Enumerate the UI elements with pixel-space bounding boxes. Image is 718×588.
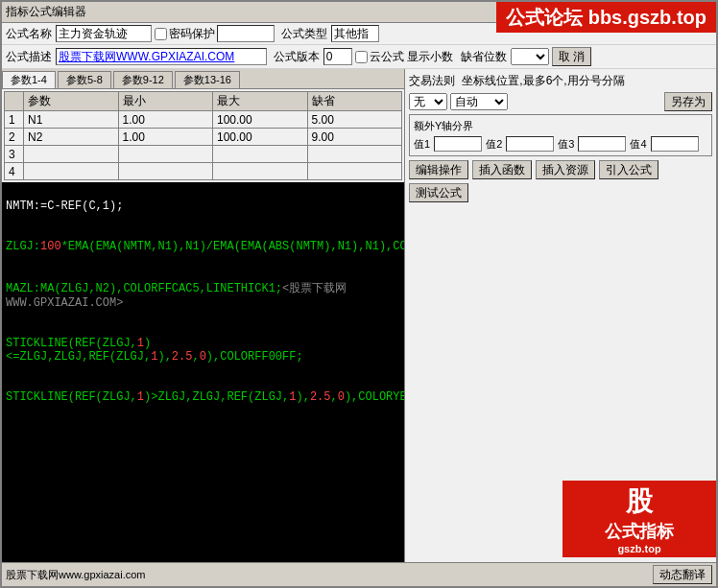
row-max[interactable] [213, 163, 308, 180]
table-row: 3 [5, 146, 402, 163]
row-min[interactable] [118, 146, 213, 163]
edit-ops-button[interactable]: 编辑操作 [409, 160, 468, 179]
display-label: 显示小数 [407, 49, 453, 65]
table-row: 1 [5, 111, 402, 129]
row-param-name[interactable] [24, 129, 119, 146]
val4-input[interactable] [651, 136, 699, 152]
row-num: 3 [5, 146, 24, 163]
status-text: 股票下载网www.gpxiazai.com [6, 568, 145, 582]
code-line1: NMTM:=C-REF(C,1); [6, 200, 123, 213]
val2-input[interactable] [506, 136, 554, 152]
formula-desc-row: 公式描述 公式版本 云公式 显示小数 缺省位数 取 消 [2, 45, 716, 69]
row-min[interactable] [118, 111, 213, 129]
code-line5e: ), [296, 390, 309, 404]
row-param-name[interactable] [24, 146, 119, 163]
code-line5g: , [330, 390, 337, 404]
row-num: 1 [5, 111, 24, 129]
trading-rule-label: 交易法则 [409, 73, 455, 89]
name-input[interactable] [56, 25, 152, 42]
row-default[interactable] [307, 111, 402, 129]
desc-label: 公式描述 [6, 49, 52, 65]
axis-values: 值1 值2 值3 值4 [414, 136, 707, 152]
col-min: 最小 [118, 92, 213, 111]
tab-params-1-4[interactable]: 参数1-4 [2, 71, 56, 88]
bottom-buttons: 编辑操作 插入函数 插入资源 引入公式 测试公式 [409, 160, 712, 202]
test-formula-button[interactable]: 测试公式 [409, 183, 468, 202]
row-max[interactable] [213, 111, 308, 129]
dynamic-translate-button[interactable]: 动态翻译 [653, 565, 712, 584]
wm2-text1: 公式指标 [605, 520, 674, 543]
coord-auto-select[interactable]: 自动 [450, 93, 508, 110]
import-formula-button[interactable]: 引入公式 [599, 160, 658, 179]
col-num [5, 92, 24, 111]
code-line5a: STICKLINE(REF(ZLGJ, [6, 390, 137, 404]
save-as-button[interactable]: 另存为 [664, 92, 712, 111]
trading-values-row: 无 自动 另存为 [409, 92, 712, 111]
password-checkbox[interactable] [155, 28, 167, 40]
desc-input[interactable] [56, 48, 267, 65]
code-line5b: 1 [137, 390, 144, 404]
code-line5c: )>ZLGJ,ZLGJ,REF(ZLGJ, [144, 390, 289, 404]
code-line2c: *EMA(EMA(NMTM,N1),N1)/EMA(EMA(ABS(NMTM),… [61, 240, 404, 253]
code-editor[interactable]: NMTM:=C-REF(C,1); ZLGJ:100*EMA(EMA(NMTM,… [2, 182, 404, 562]
col-default: 缺省 [307, 92, 402, 111]
val4-label: 值4 [630, 137, 646, 152]
name-label: 公式名称 [6, 26, 52, 42]
window-title: 指标公式编辑器 [6, 4, 86, 20]
val1-label: 值1 [414, 137, 430, 152]
row-default[interactable] [307, 163, 402, 180]
insert-source-button[interactable]: 插入资源 [536, 160, 595, 179]
col-param: 参数 [24, 92, 119, 111]
trading-rule-select[interactable]: 无 [409, 93, 447, 110]
val1-input[interactable] [434, 136, 482, 152]
code-line4f: 2.5 [172, 350, 193, 364]
tab-params-5-8[interactable]: 参数5-8 [58, 71, 111, 88]
decimal-select[interactable] [511, 48, 549, 65]
table-row: 4 [5, 163, 402, 180]
left-panel: 参数1-4 参数5-8 参数9-12 参数13-16 [2, 69, 405, 562]
type-label: 公式类型 [281, 26, 327, 42]
row-default[interactable] [307, 129, 402, 146]
tab-params-9-12[interactable]: 参数9-12 [113, 71, 173, 88]
row-min[interactable] [118, 163, 213, 180]
params-table-container: 参数 最小 最大 缺省 [2, 89, 404, 182]
status-bar: 股票下载网www.gpxiazai.com 动态翻译 [2, 562, 716, 586]
code-line5f: 2.5 [310, 390, 331, 404]
col-max: 最大 [213, 92, 308, 111]
val3-input[interactable] [578, 136, 626, 152]
code-line4e: ), [157, 350, 171, 364]
password-input[interactable] [217, 25, 275, 42]
code-line2a: ZLGJ: [6, 240, 40, 253]
cloud-checkbox-label: 云公式 [355, 49, 404, 65]
row-param-name[interactable] [24, 111, 119, 129]
row-max[interactable] [213, 129, 308, 146]
table-row: 2 [5, 129, 402, 146]
type-input[interactable] [331, 25, 379, 42]
row-min[interactable] [118, 129, 213, 146]
code-line5i: ),COLORYELLOW; [345, 390, 404, 404]
code-line5h: 0 [338, 390, 345, 404]
row-num: 4 [5, 163, 24, 180]
code-line3a: MAZL:MA(ZLGJ,N2),COLORFFCAC5,LINETHICK1; [6, 282, 282, 295]
row-max[interactable] [213, 146, 308, 163]
row-num: 2 [5, 129, 24, 146]
params-table: 参数 最小 最大 缺省 [4, 91, 402, 180]
params-tabs: 参数1-4 参数5-8 参数9-12 参数13-16 [2, 69, 404, 89]
row-param-name[interactable] [24, 163, 119, 180]
version-input[interactable] [323, 48, 352, 65]
decimal-label: 缺省位数 [461, 49, 507, 65]
cloud-checkbox[interactable] [355, 51, 368, 63]
watermark-bottom-right: 股 公式指标 gszb.top [562, 481, 716, 557]
code-line4g: , [192, 350, 199, 364]
insert-func-button[interactable]: 插入函数 [472, 160, 532, 179]
code-line4a: STICKLINE(REF(ZLGJ, [6, 337, 137, 350]
cancel-button[interactable]: 取 消 [552, 47, 591, 66]
watermark-top: 公式论坛 bbs.gszb.top [496, 2, 716, 33]
tab-params-13-16[interactable]: 参数13-16 [175, 71, 240, 88]
code-line4i: ),COLORFF00FF; [206, 350, 303, 364]
row-default[interactable] [307, 146, 402, 163]
axis-section: 额外Y轴分界 值1 值2 值3 值4 [409, 114, 712, 156]
coord-label: 坐标线位置,最多6个,用分号分隔 [462, 73, 624, 89]
code-line4h: 0 [200, 350, 206, 364]
trading-rule-row: 交易法则 坐标线位置,最多6个,用分号分隔 [409, 73, 712, 89]
